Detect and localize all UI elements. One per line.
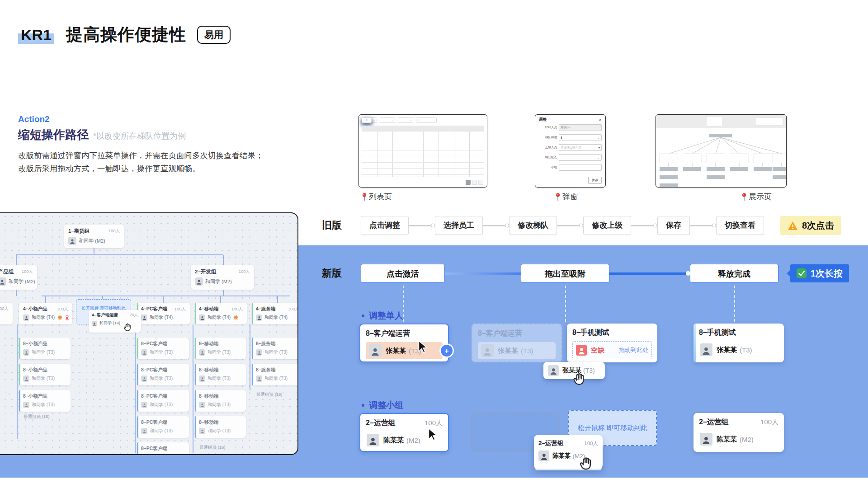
old-flow-result-text: 8次点击	[802, 220, 834, 232]
org-card-person: 和同学 (T4)	[264, 314, 288, 321]
org-card-person: 和同学 (M2)	[205, 278, 232, 285]
old-step-switch-view[interactable]: 切换查看	[716, 216, 764, 235]
org-dragging-card[interactable]: 4–客户端运营20人 和同学 (T4)	[89, 310, 141, 333]
modal-field-row: 1248人员 空缺(--)	[539, 124, 602, 131]
new-step-drag-snap[interactable]: 拖出至吸附	[521, 264, 609, 283]
new-step-release-done[interactable]: 释放完成	[690, 264, 778, 283]
new-step-click-activate[interactable]: 点击激活	[361, 264, 445, 283]
org-card-leaf[interactable]: 8–PC客户端 和同学 (T3)	[137, 338, 189, 359]
org-card-title: 8–PC客户端	[141, 367, 167, 373]
old-step-modify-tier[interactable]: 修改梯队	[509, 216, 557, 235]
save-button[interactable]: 保存	[588, 177, 602, 184]
filter-select[interactable]: ⌄	[380, 117, 395, 123]
org-card-person: 和同学 (T3)	[32, 349, 55, 356]
tree-node	[707, 154, 725, 163]
desc-line-1: 改版前需通过弹窗内下拉菜单操作，并需在页面间多次切换查看结果；	[18, 151, 264, 160]
org-card-leaf[interactable]: 8–小额产品 和同学 (T3)	[19, 390, 71, 412]
avatar	[92, 321, 97, 326]
org-card-title: 8–小额产品	[23, 393, 47, 399]
org-card-title: 4–小额产品	[23, 306, 47, 312]
search-input[interactable]: ⌕	[416, 117, 437, 123]
bullet-icon	[362, 404, 364, 407]
org-card-title: 4–PC客户端	[141, 306, 167, 312]
org-card-title: 8–移动端	[199, 341, 218, 347]
vacant-drop-row[interactable]: 空缺 拖动到此处	[572, 341, 652, 359]
modal-field-row: 继任状态 ⌄	[539, 154, 602, 161]
org-card-dev-group[interactable]: 2–开发组100人 和同学 (M2)	[191, 265, 254, 290]
close-icon[interactable]: ×	[599, 117, 602, 122]
old-step-select-employee[interactable]: 选择员工	[435, 216, 483, 235]
org-card-leaf[interactable]: 8–服务端 和同学 (T3)	[252, 364, 298, 385]
org-card-title: 8–小额产品	[23, 341, 47, 347]
action-title-row: 缩短操作路径 *以改变所在梯队位置为例	[18, 127, 186, 143]
org-card-leaf[interactable]: 8–移动端 和同学 (T3)	[195, 390, 246, 412]
new-flow-result-tag: 1次长按	[790, 264, 849, 282]
org-card-count: 100人	[22, 269, 33, 275]
org-card-leaf-clipped[interactable]: 8–PC客户端	[137, 442, 189, 455]
org-card-leaf[interactable]: 8–移动端 和同学 (T3)	[195, 338, 246, 359]
org-card-small-product[interactable]: 4–小额产品100人 和同学 (T4)兼	[19, 303, 72, 324]
modal-label-text: 弹窗	[562, 192, 578, 202]
vacant-label: 空缺	[591, 346, 604, 355]
old-step-save[interactable]: 保存	[657, 216, 690, 235]
modal-title: 调整	[539, 117, 547, 122]
member-row: 张某某 (T3)	[699, 341, 778, 358]
org-card-leaf[interactable]: 8–服务端 和同学 (T3)	[252, 338, 298, 359]
org-card-root[interactable]: 1–期货组100人 和同学 (M2)	[64, 225, 124, 248]
old-step-modify-superior[interactable]: 修改上级	[583, 216, 631, 235]
org-card-leaf[interactable]: 8–小额产品 和同学 (T3)	[19, 364, 71, 385]
member-name: 陈某某	[552, 452, 571, 460]
group-input[interactable]	[559, 164, 602, 171]
member-name: 陈某某	[717, 435, 737, 444]
org-card-pc-client[interactable]: 4–PC客户端100人 和同学 (T4)	[137, 303, 190, 324]
pin-icon	[362, 192, 367, 202]
new-version-label: 新版	[322, 267, 342, 280]
display-page-label-text: 展示页	[749, 192, 772, 202]
org-card-clipped[interactable]: 100人	[0, 303, 13, 324]
succession-select[interactable]: ⌄	[559, 154, 602, 161]
org-card-title: 8–小额产品	[23, 367, 47, 373]
modal-thumbnail: 调整 × 1248人员 空缺(--) 梯队称谓 8⌄ 上级人员 请选择上级人员▾…	[535, 114, 606, 188]
field-placeholder: 请选择上级人员	[561, 145, 581, 150]
org-card-title: 8–服务端	[256, 341, 275, 347]
org-card-leaf[interactable]: 8–移动端 和同学 (T3)	[195, 416, 246, 438]
member-input[interactable]: 空缺(--)	[559, 124, 602, 131]
old-version-label: 旧版	[322, 219, 342, 232]
modal-field-row: 小组	[539, 164, 602, 171]
toolbar-more-icon[interactable]: ⌗	[362, 117, 372, 123]
member-grade: (T3)	[521, 347, 533, 355]
org-card-leaf[interactable]: 8–PC客户端 和同学 (T3)	[137, 364, 189, 385]
org-card-leaf[interactable]: 8–移动端 和同学 (T3)	[195, 364, 246, 385]
org-card-leaf[interactable]: 8–PC客户端 和同学 (T3)	[137, 416, 189, 438]
old-step-click-adjust[interactable]: 点击调整	[361, 216, 409, 235]
result-group-card[interactable]: 2–运营组 100人 陈某某 (M2)	[693, 413, 784, 452]
org-card-mobile[interactable]: 4–移动端100人 和同学 (T4)兼	[195, 303, 247, 324]
collapse-chevron-icon[interactable]: ⌄	[8, 391, 11, 395]
org-card-person: 和同学 (T3)	[150, 349, 173, 356]
tree-node	[754, 154, 772, 163]
group-heading-text: 调整小组	[369, 399, 403, 411]
org-card-server[interactable]: 4–服务端100人 和同学 (T4)	[252, 303, 298, 324]
pagination[interactable]	[466, 180, 483, 185]
vacant-target-card[interactable]: 8–手机测试 空缺 拖动到此处	[567, 324, 657, 362]
add-button[interactable]: +	[439, 343, 454, 358]
org-card-person: 和同学 (T3)	[264, 349, 288, 356]
filter-select[interactable]: ⌄	[398, 117, 413, 123]
tier-select[interactable]: 8⌄	[559, 134, 602, 141]
member-name: 张某某	[717, 346, 737, 354]
ghost-person-card: 8–客户端运营 张某某 (T3)	[472, 324, 562, 362]
org-card-title: 2–开发组	[195, 268, 216, 275]
concurrent-tag: 兼	[234, 314, 238, 321]
selected-member-row[interactable]: 张某某 (T3)	[366, 342, 443, 359]
display-page-thumbnail	[656, 114, 787, 188]
vacant-avatar-icon	[576, 345, 587, 356]
org-card-count: 100人	[231, 306, 243, 312]
result-person-card[interactable]: 8–手机测试 张某某 (T3)	[693, 324, 784, 362]
org-card-leaf[interactable]: 8–小额产品 和同学 (T3)	[19, 338, 71, 359]
org-card-leaf[interactable]: 8–PC客户端 和同学 (T3)	[137, 390, 189, 412]
active-person-card[interactable]: 8–客户端运营 张某某 (T3) +	[359, 324, 449, 362]
single-person-heading: 调整单人	[362, 310, 403, 322]
org-card-count: 20人	[130, 313, 138, 318]
superior-select[interactable]: 请选择上级人员▾	[559, 144, 602, 151]
org-card-product-group[interactable]: 产品组100人 和同学 (M2)	[0, 265, 37, 290]
